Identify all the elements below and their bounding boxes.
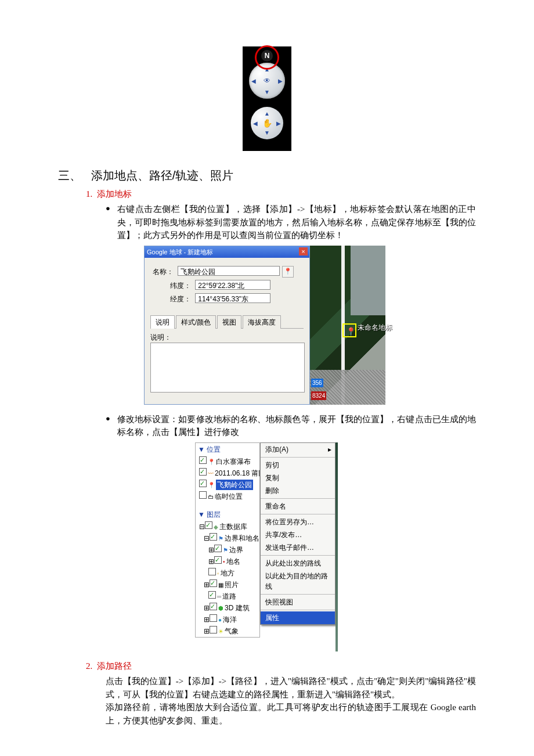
layer-item[interactable]: ⊟◆主数据库: [196, 521, 259, 532]
section-title: 添加地点、路径/轨迹、照片: [91, 169, 234, 182]
place-item[interactable]: 〰2011.06.18 莆田夜骑: [196, 467, 259, 479]
description-textarea[interactable]: [150, 343, 305, 393]
menu-rename[interactable]: 重命名: [261, 500, 335, 513]
place-item-selected[interactable]: 📍飞鹅岭公园: [196, 479, 259, 491]
menu-properties[interactable]: 属性: [261, 611, 335, 624]
layers-panel-header[interactable]: ▼ 图层: [196, 508, 259, 521]
nav-compass-figure: N ▲ ▼ ◀ ▶ 👁 ▲ ▼ ◀ ▶ ✋: [58, 46, 476, 155]
map-badge-blue: 356: [311, 379, 323, 387]
section-number: 三、: [58, 169, 81, 182]
bullet-instruction-add-text: 右键点击左侧栏【我的位置】，选择【添加】->【地标】，地标标签会默认落在地图的正…: [117, 203, 476, 242]
tab-view[interactable]: 视图: [217, 315, 241, 329]
layer-item[interactable]: ⊟⚑边界和地名: [196, 532, 259, 544]
item-1-title: 添加地标: [97, 189, 132, 199]
layer-item[interactable]: ⊞●海洋: [196, 614, 259, 625]
places-panel-header[interactable]: ▼ 位置: [196, 443, 259, 456]
item-2-paragraph-2: 添加路径前，请将地图放大到合适位置。此工具可将驴友出行的轨迹图手工展现在 Goo…: [106, 701, 476, 727]
dialog-titlebar: Google 地球 - 新建地标 ×: [145, 246, 309, 258]
close-icon[interactable]: ×: [299, 247, 308, 255]
layer-item[interactable]: ═道路: [196, 591, 259, 602]
placemark-icon-button[interactable]: [282, 266, 294, 278]
name-input[interactable]: 飞鹅岭公园: [178, 266, 280, 276]
layer-item[interactable]: ⊞⚑边界: [196, 544, 259, 556]
item-1-heading: 1. 添加地标: [86, 188, 476, 201]
pan-control: ▲ ▼ ◀ ▶ ✋: [251, 107, 283, 139]
menu-save-as[interactable]: 将位置另存为…: [261, 516, 335, 528]
bullet-instruction-add: 右键点击左侧栏【我的位置】，选择【添加】->【地标】，地标标签会默认落在地图的正…: [106, 203, 476, 242]
layer-item[interactable]: ⊞☀气象: [196, 625, 259, 637]
latitude-label: 纬度：: [150, 280, 191, 291]
name-label: 名称：: [150, 267, 174, 277]
context-menu-figure: ▼ 位置 📍白水寨瀑布 〰2011.06.18 莆田夜骑 📍飞鹅岭公园 🗀临时位…: [195, 442, 339, 651]
map-preview: 📍 未命名地标 356 8324: [310, 246, 385, 405]
new-placemark-dialog-figure: Google 地球 - 新建地标 × 名称： 飞鹅岭公园 纬度： 22°59'2…: [144, 246, 390, 405]
menu-snapshot[interactable]: 快照视图: [261, 596, 335, 609]
placemark-marker[interactable]: 📍: [342, 323, 356, 337]
latitude-input[interactable]: 22°59'22.38"北: [195, 280, 270, 290]
layer-item[interactable]: ⊞⬢3D 建筑: [196, 602, 259, 614]
menu-route-to[interactable]: 以此处为目的地的路线: [261, 570, 335, 593]
longitude-input[interactable]: 114°43'56.33"东: [195, 293, 270, 303]
item-1-number: 1.: [86, 189, 92, 199]
north-highlight-circle: [255, 45, 279, 70]
placemark-label: 未命名地标: [358, 322, 392, 333]
dialog-title-text: Google 地球 - 新建地标: [147, 249, 213, 255]
place-item[interactable]: 🗀临时位置: [196, 491, 259, 502]
sidebar-panel: ▼ 位置 📍白水寨瀑布 〰2011.06.18 莆田夜骑 📍飞鹅岭公园 🗀临时位…: [195, 442, 260, 638]
menu-route-from[interactable]: 从此处出发的路线: [261, 557, 335, 570]
description-label: 说明：: [150, 333, 171, 341]
map-sliver: [335, 442, 338, 651]
menu-add[interactable]: 添加(A): [261, 443, 335, 456]
map-badge-red: 8324: [311, 391, 326, 400]
layer-item[interactable]: ⊞•地名: [196, 556, 259, 567]
menu-email[interactable]: 发送电子邮件…: [261, 541, 335, 554]
item-2-paragraph-1: 点击【我的位置】->【添加】->【路径】，进入"编辑路径"模式，点击"确定"则关…: [106, 675, 476, 701]
menu-copy[interactable]: 复制: [261, 471, 335, 484]
bullet-instruction-modify: 修改地标设置：如要修改地标的名称、地标颜色等，展开【我的位置】，右键点击已生成的…: [106, 413, 476, 439]
section-heading: 三、 添加地点、路径/轨迹、照片: [58, 167, 476, 184]
tab-style[interactable]: 样式/颜色: [176, 315, 216, 329]
tab-description[interactable]: 说明: [150, 315, 175, 329]
menu-share[interactable]: 共享/发布…: [261, 528, 335, 541]
new-placemark-dialog: Google 地球 - 新建地标 × 名称： 飞鹅岭公园 纬度： 22°59'2…: [144, 246, 310, 405]
menu-cut[interactable]: 剪切: [261, 459, 335, 471]
bullet-instruction-modify-text: 修改地标设置：如要修改地标的名称、地标颜色等，展开【我的位置】，右键点击已生成的…: [117, 413, 476, 439]
nav-compass: N ▲ ▼ ◀ ▶ 👁 ▲ ▼ ◀ ▶ ✋: [243, 46, 291, 151]
layer-item[interactable]: ▫地方: [196, 567, 259, 579]
item-2-title: 添加路径: [97, 661, 132, 671]
place-item[interactable]: 📍白水寨瀑布: [196, 456, 259, 467]
item-2-number: 2.: [86, 661, 92, 671]
tab-altitude[interactable]: 海拔高度: [243, 315, 281, 329]
item-2-heading: 2. 添加路径: [86, 660, 476, 673]
layer-item[interactable]: ⊞▦照片: [196, 579, 259, 591]
context-menu: 添加(A) 剪切 复制 删除 重命名 将位置另存为… 共享/发布… 发送电子邮件…: [260, 442, 335, 625]
longitude-label: 经度：: [150, 294, 191, 304]
menu-delete[interactable]: 删除: [261, 484, 335, 497]
